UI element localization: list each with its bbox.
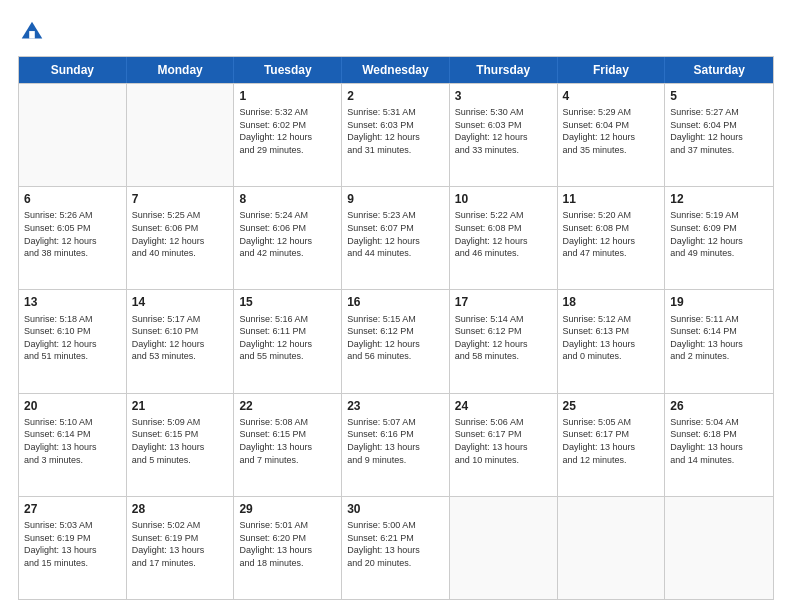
calendar-cell: 29Sunrise: 5:01 AM Sunset: 6:20 PM Dayli… xyxy=(234,497,342,599)
day-number: 6 xyxy=(24,191,121,207)
calendar-cell: 7Sunrise: 5:25 AM Sunset: 6:06 PM Daylig… xyxy=(127,187,235,289)
day-number: 9 xyxy=(347,191,444,207)
cell-info: Sunrise: 5:12 AM Sunset: 6:13 PM Dayligh… xyxy=(563,313,660,363)
calendar-cell: 20Sunrise: 5:10 AM Sunset: 6:14 PM Dayli… xyxy=(19,394,127,496)
calendar-header: SundayMondayTuesdayWednesdayThursdayFrid… xyxy=(19,57,773,83)
cell-info: Sunrise: 5:14 AM Sunset: 6:12 PM Dayligh… xyxy=(455,313,552,363)
page: SundayMondayTuesdayWednesdayThursdayFrid… xyxy=(0,0,792,612)
day-number: 26 xyxy=(670,398,768,414)
cell-info: Sunrise: 5:09 AM Sunset: 6:15 PM Dayligh… xyxy=(132,416,229,466)
day-number: 16 xyxy=(347,294,444,310)
day-number: 27 xyxy=(24,501,121,517)
day-number: 11 xyxy=(563,191,660,207)
calendar-cell: 15Sunrise: 5:16 AM Sunset: 6:11 PM Dayli… xyxy=(234,290,342,392)
day-number: 23 xyxy=(347,398,444,414)
cell-info: Sunrise: 5:00 AM Sunset: 6:21 PM Dayligh… xyxy=(347,519,444,569)
calendar-row-3: 20Sunrise: 5:10 AM Sunset: 6:14 PM Dayli… xyxy=(19,393,773,496)
day-number: 8 xyxy=(239,191,336,207)
calendar-cell: 9Sunrise: 5:23 AM Sunset: 6:07 PM Daylig… xyxy=(342,187,450,289)
day-number: 15 xyxy=(239,294,336,310)
cell-info: Sunrise: 5:16 AM Sunset: 6:11 PM Dayligh… xyxy=(239,313,336,363)
calendar-cell: 11Sunrise: 5:20 AM Sunset: 6:08 PM Dayli… xyxy=(558,187,666,289)
calendar-cell: 17Sunrise: 5:14 AM Sunset: 6:12 PM Dayli… xyxy=(450,290,558,392)
day-number: 10 xyxy=(455,191,552,207)
calendar-cell: 23Sunrise: 5:07 AM Sunset: 6:16 PM Dayli… xyxy=(342,394,450,496)
logo xyxy=(18,18,50,46)
day-number: 20 xyxy=(24,398,121,414)
calendar-cell: 6Sunrise: 5:26 AM Sunset: 6:05 PM Daylig… xyxy=(19,187,127,289)
day-number: 25 xyxy=(563,398,660,414)
calendar-cell: 4Sunrise: 5:29 AM Sunset: 6:04 PM Daylig… xyxy=(558,84,666,186)
day-number: 3 xyxy=(455,88,552,104)
calendar-cell: 3Sunrise: 5:30 AM Sunset: 6:03 PM Daylig… xyxy=(450,84,558,186)
calendar-cell: 30Sunrise: 5:00 AM Sunset: 6:21 PM Dayli… xyxy=(342,497,450,599)
calendar-row-0: 1Sunrise: 5:32 AM Sunset: 6:02 PM Daylig… xyxy=(19,83,773,186)
day-number: 24 xyxy=(455,398,552,414)
calendar-row-1: 6Sunrise: 5:26 AM Sunset: 6:05 PM Daylig… xyxy=(19,186,773,289)
header-day-sunday: Sunday xyxy=(19,57,127,83)
calendar-cell: 25Sunrise: 5:05 AM Sunset: 6:17 PM Dayli… xyxy=(558,394,666,496)
day-number: 28 xyxy=(132,501,229,517)
calendar-cell: 10Sunrise: 5:22 AM Sunset: 6:08 PM Dayli… xyxy=(450,187,558,289)
header-day-tuesday: Tuesday xyxy=(234,57,342,83)
svg-rect-1 xyxy=(29,31,35,38)
calendar-row-4: 27Sunrise: 5:03 AM Sunset: 6:19 PM Dayli… xyxy=(19,496,773,599)
calendar-cell xyxy=(127,84,235,186)
cell-info: Sunrise: 5:24 AM Sunset: 6:06 PM Dayligh… xyxy=(239,209,336,259)
day-number: 2 xyxy=(347,88,444,104)
logo-icon xyxy=(18,18,46,46)
cell-info: Sunrise: 5:07 AM Sunset: 6:16 PM Dayligh… xyxy=(347,416,444,466)
cell-info: Sunrise: 5:02 AM Sunset: 6:19 PM Dayligh… xyxy=(132,519,229,569)
day-number: 21 xyxy=(132,398,229,414)
header-day-friday: Friday xyxy=(558,57,666,83)
day-number: 13 xyxy=(24,294,121,310)
day-number: 22 xyxy=(239,398,336,414)
calendar-row-2: 13Sunrise: 5:18 AM Sunset: 6:10 PM Dayli… xyxy=(19,289,773,392)
cell-info: Sunrise: 5:05 AM Sunset: 6:17 PM Dayligh… xyxy=(563,416,660,466)
day-number: 17 xyxy=(455,294,552,310)
day-number: 30 xyxy=(347,501,444,517)
calendar-cell xyxy=(19,84,127,186)
cell-info: Sunrise: 5:30 AM Sunset: 6:03 PM Dayligh… xyxy=(455,106,552,156)
calendar-cell xyxy=(558,497,666,599)
header-day-saturday: Saturday xyxy=(665,57,773,83)
cell-info: Sunrise: 5:22 AM Sunset: 6:08 PM Dayligh… xyxy=(455,209,552,259)
cell-info: Sunrise: 5:17 AM Sunset: 6:10 PM Dayligh… xyxy=(132,313,229,363)
calendar-cell: 21Sunrise: 5:09 AM Sunset: 6:15 PM Dayli… xyxy=(127,394,235,496)
header-day-monday: Monday xyxy=(127,57,235,83)
calendar-cell: 28Sunrise: 5:02 AM Sunset: 6:19 PM Dayli… xyxy=(127,497,235,599)
day-number: 18 xyxy=(563,294,660,310)
cell-info: Sunrise: 5:29 AM Sunset: 6:04 PM Dayligh… xyxy=(563,106,660,156)
cell-info: Sunrise: 5:20 AM Sunset: 6:08 PM Dayligh… xyxy=(563,209,660,259)
day-number: 29 xyxy=(239,501,336,517)
header-day-thursday: Thursday xyxy=(450,57,558,83)
cell-info: Sunrise: 5:01 AM Sunset: 6:20 PM Dayligh… xyxy=(239,519,336,569)
cell-info: Sunrise: 5:04 AM Sunset: 6:18 PM Dayligh… xyxy=(670,416,768,466)
cell-info: Sunrise: 5:32 AM Sunset: 6:02 PM Dayligh… xyxy=(239,106,336,156)
day-number: 1 xyxy=(239,88,336,104)
calendar: SundayMondayTuesdayWednesdayThursdayFrid… xyxy=(18,56,774,600)
calendar-cell: 19Sunrise: 5:11 AM Sunset: 6:14 PM Dayli… xyxy=(665,290,773,392)
day-number: 4 xyxy=(563,88,660,104)
cell-info: Sunrise: 5:10 AM Sunset: 6:14 PM Dayligh… xyxy=(24,416,121,466)
calendar-cell: 8Sunrise: 5:24 AM Sunset: 6:06 PM Daylig… xyxy=(234,187,342,289)
calendar-cell: 16Sunrise: 5:15 AM Sunset: 6:12 PM Dayli… xyxy=(342,290,450,392)
calendar-cell xyxy=(665,497,773,599)
cell-info: Sunrise: 5:31 AM Sunset: 6:03 PM Dayligh… xyxy=(347,106,444,156)
cell-info: Sunrise: 5:25 AM Sunset: 6:06 PM Dayligh… xyxy=(132,209,229,259)
day-number: 12 xyxy=(670,191,768,207)
calendar-cell: 18Sunrise: 5:12 AM Sunset: 6:13 PM Dayli… xyxy=(558,290,666,392)
calendar-body: 1Sunrise: 5:32 AM Sunset: 6:02 PM Daylig… xyxy=(19,83,773,599)
calendar-cell: 12Sunrise: 5:19 AM Sunset: 6:09 PM Dayli… xyxy=(665,187,773,289)
cell-info: Sunrise: 5:18 AM Sunset: 6:10 PM Dayligh… xyxy=(24,313,121,363)
calendar-cell: 13Sunrise: 5:18 AM Sunset: 6:10 PM Dayli… xyxy=(19,290,127,392)
cell-info: Sunrise: 5:27 AM Sunset: 6:04 PM Dayligh… xyxy=(670,106,768,156)
calendar-cell: 22Sunrise: 5:08 AM Sunset: 6:15 PM Dayli… xyxy=(234,394,342,496)
day-number: 7 xyxy=(132,191,229,207)
cell-info: Sunrise: 5:08 AM Sunset: 6:15 PM Dayligh… xyxy=(239,416,336,466)
cell-info: Sunrise: 5:03 AM Sunset: 6:19 PM Dayligh… xyxy=(24,519,121,569)
day-number: 5 xyxy=(670,88,768,104)
calendar-cell xyxy=(450,497,558,599)
day-number: 19 xyxy=(670,294,768,310)
calendar-cell: 14Sunrise: 5:17 AM Sunset: 6:10 PM Dayli… xyxy=(127,290,235,392)
